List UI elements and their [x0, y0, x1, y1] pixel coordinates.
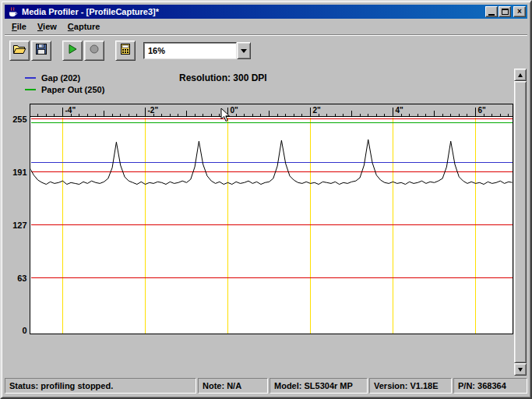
toolbar: 16%	[5, 37, 513, 65]
record-dot-icon	[89, 44, 100, 58]
maximize-box-icon	[502, 9, 509, 15]
status-panel-note: Note: N/A	[198, 378, 268, 394]
ruler-label: 4"	[396, 106, 404, 115]
minimize-bar-icon	[488, 14, 495, 16]
open-button[interactable]	[9, 41, 30, 61]
menu-item-view[interactable]: View	[32, 20, 62, 33]
y-axis-label: 63	[17, 274, 26, 283]
play-icon	[67, 44, 78, 58]
maximize-button[interactable]	[499, 6, 511, 17]
titlebar[interactable]: Media Profiler - [ProfileCapture3]* ×	[5, 5, 527, 19]
chart-legend: Gap (202) Paper Out (250)	[25, 72, 104, 95]
legend-row-paper-out: Paper Out (250)	[25, 83, 104, 95]
chevron-down-icon	[241, 49, 247, 53]
menu-item-file[interactable]: File	[6, 20, 32, 33]
y-axis-label: 191	[12, 168, 26, 177]
status-panel-status: Status: profiling stopped.	[5, 378, 196, 394]
close-icon: ×	[517, 8, 522, 16]
counter-button[interactable]	[115, 41, 136, 61]
chart-area[interactable]: -4"-2"0"2"4"6"255191127630	[8, 101, 514, 337]
scroll-down-button[interactable]	[514, 363, 527, 376]
status-panel-part-number: P/N: 368364	[453, 378, 527, 394]
ruler-label: -2"	[148, 106, 159, 115]
scrollbar-thumb[interactable]	[514, 81, 527, 363]
zoom-value-field[interactable]: 16%	[143, 42, 237, 59]
statusbar: Status: profiling stopped. Note: N/A Mod…	[5, 378, 527, 394]
down-arrow-icon	[518, 368, 523, 372]
zoom-dropdown-button[interactable]	[237, 42, 251, 59]
window-title: Media Profiler - [ProfileCapture3]*	[22, 7, 484, 16]
ruler-label: 2"	[313, 106, 322, 115]
floppy-disk-icon	[35, 43, 48, 58]
save-button[interactable]	[31, 41, 51, 61]
up-arrow-icon	[518, 73, 523, 77]
close-button[interactable]: ×	[513, 6, 526, 17]
menu-item-capture[interactable]: Capture	[62, 20, 106, 33]
open-folder-icon	[12, 44, 26, 58]
scroll-up-button[interactable]	[514, 69, 527, 81]
gap-label: Gap (202)	[41, 73, 80, 83]
vertical-scrollbar[interactable]	[514, 69, 527, 376]
menubar: File View Capture	[5, 19, 527, 34]
keypad-icon	[120, 43, 131, 58]
plot-background	[30, 104, 513, 334]
status-panel-version: Version: V1.18E	[369, 378, 452, 394]
paper-out-label: Paper Out (250)	[41, 85, 104, 94]
java-coffee-icon	[7, 6, 19, 18]
ruler-label: 0"	[231, 106, 239, 115]
y-axis-label: 0	[22, 326, 26, 335]
y-axis-label: 127	[12, 221, 26, 230]
status-panel-model: Model: SL5304r MP	[270, 378, 368, 394]
minimize-button[interactable]	[485, 6, 498, 17]
legend-row-gap: Gap (202)	[25, 72, 104, 83]
stop-capture-button[interactable]	[84, 41, 104, 61]
profile-chart[interactable]: -4"-2"0"2"4"6"255191127630	[8, 101, 514, 337]
media-profiler-window: Media Profiler - [ProfileCapture3]* × Fi…	[0, 0, 532, 399]
zoom-combobox: 16%	[143, 42, 251, 59]
resolution-label: Resolution: 300 DPI	[179, 72, 267, 83]
toolbar-separator	[5, 34, 527, 36]
start-capture-button[interactable]	[62, 41, 83, 61]
ruler-label: -4"	[65, 106, 76, 115]
y-axis-label: 255	[12, 115, 26, 124]
ruler-label: 6"	[478, 106, 487, 115]
paper-out-line-swatch	[25, 89, 36, 90]
gap-line-swatch	[25, 77, 36, 79]
inch-ruler	[30, 104, 513, 117]
